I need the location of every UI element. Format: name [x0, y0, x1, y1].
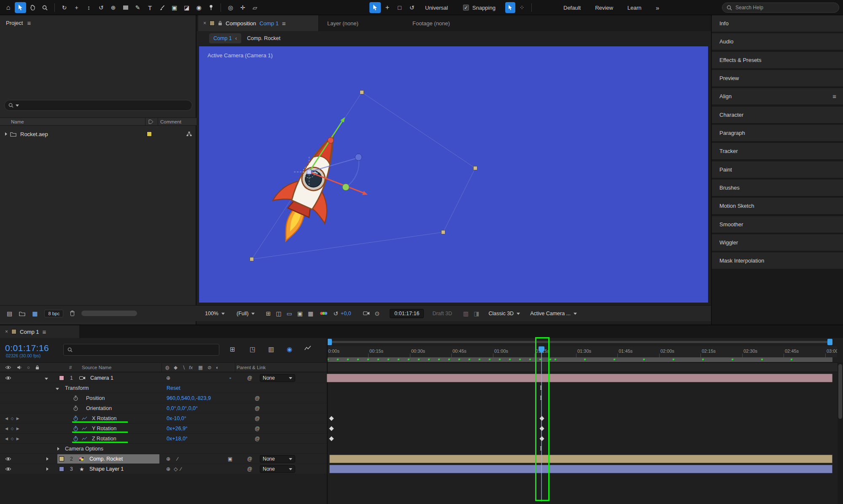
pick-whip-icon[interactable]: @ [255, 436, 260, 442]
workspace-learn[interactable]: Learn [621, 5, 648, 11]
property-group-camera-options[interactable]: Camera Options [0, 444, 327, 454]
property-row-z-rotation[interactable]: ◀ ◇ ▶ Z Rotation 0x+18,0° @ [0, 434, 327, 444]
panel-preview[interactable]: Preview [712, 70, 843, 87]
breadcrumb-nested[interactable]: Comp. Rocket [247, 35, 280, 41]
scrollbar-thumb[interactable] [838, 364, 842, 419]
y-rotation-value[interactable]: 0x+26,9° [167, 426, 188, 432]
quality-switch[interactable]: ⊕ [166, 375, 170, 381]
graph-editor-icon[interactable] [304, 346, 311, 351]
composition-mini-flowchart-icon[interactable]: ⊞ [230, 346, 235, 353]
quality-best-switch[interactable]: ∕ [177, 456, 178, 462]
panel-character[interactable]: Character [712, 107, 843, 124]
cursor-plus-tool-icon[interactable]: ✛ [237, 2, 248, 13]
view-layout-dropdown[interactable]: Active Camera ... [530, 311, 577, 316]
workspace-overflow-button[interactable]: » [649, 4, 666, 11]
time-ruler[interactable]: 0:00s 00:15s 00:30s 00:45s 01:00s 01:15s… [327, 346, 837, 357]
show-snapshot-icon[interactable]: ⊙ [375, 310, 380, 317]
rotate-gizmo-icon[interactable]: ↺ [406, 2, 417, 13]
x-rotation-value[interactable]: 0x-10,0° [167, 416, 186, 421]
expand-icon[interactable] [57, 447, 61, 450]
lasso-tool-icon[interactable]: ▱ [249, 2, 261, 13]
draft-3d-toggle[interactable]: Draft 3D [432, 311, 452, 316]
eraser-tool-icon[interactable]: ◪ [181, 2, 192, 13]
panel-menu-icon[interactable]: ≡ [43, 328, 46, 335]
expand-icon[interactable] [45, 378, 48, 381]
panel-menu-icon[interactable]: ≡ [282, 20, 286, 27]
panel-info[interactable]: Info [712, 15, 843, 32]
snapshot-camera-icon[interactable] [363, 311, 370, 316]
panel-menu-icon[interactable]: ≡ [832, 93, 836, 100]
horizontal-scrollbar[interactable] [81, 311, 137, 316]
pan-camera-tool-icon[interactable]: + [71, 2, 82, 13]
snapping-checkbox[interactable]: ✓ [463, 5, 471, 11]
project-search[interactable] [4, 100, 192, 111]
transparency-grid-icon[interactable]: ▣ [297, 310, 303, 317]
help-search[interactable] [722, 3, 839, 13]
tab-target-name[interactable]: Comp 1 [259, 20, 279, 27]
panel-audio[interactable]: Audio [712, 33, 843, 51]
new-composition-icon[interactable]: ▦ [32, 310, 38, 317]
panel-mask-interpolation[interactable]: Mask Interpolation [712, 252, 843, 270]
draft-3d-icon[interactable]: ◳ [250, 346, 256, 353]
timeline-vertical-scrollbar[interactable] [838, 362, 843, 504]
expand-icon[interactable] [46, 467, 50, 471]
panel-paint[interactable]: Paint [712, 161, 843, 179]
expand-icon[interactable] [46, 457, 50, 461]
eye-icon[interactable] [5, 467, 11, 471]
shape-layer-duration-bar[interactable] [329, 465, 832, 473]
panel-motion-sketch[interactable]: Motion Sketch [712, 198, 843, 215]
graph-icon[interactable] [82, 416, 87, 420]
timeline-search[interactable] [63, 344, 219, 356]
resolution-dropdown[interactable]: (Full) [237, 311, 255, 316]
parent-dropdown[interactable]: None [260, 374, 295, 382]
project-bit-depth[interactable]: 8 bpc [44, 310, 63, 317]
region-of-interest-icon[interactable]: ▭ [286, 310, 292, 317]
tab-layer[interactable]: Layer (none) [327, 15, 358, 31]
layer-row-camera[interactable]: 1 Camera 1 ⊕ ▫ @ None [0, 373, 327, 383]
layer-row-shape-layer[interactable]: 3 ★ Shape Layer 1 ⊕ ◇ ∕ @ None [0, 464, 327, 474]
source-name-column-label[interactable]: Source Name [82, 365, 111, 370]
layer-name[interactable]: Shape Layer 1 [89, 466, 124, 472]
layer-name[interactable]: Comp. Rocket [89, 456, 123, 462]
keyframe-y-rotation-start[interactable] [329, 426, 334, 431]
pick-whip-icon[interactable]: @ [247, 466, 252, 472]
property-row-y-rotation[interactable]: ◀ ◇ ▶ Y Rotation 0x+26,9° @ [0, 424, 327, 434]
composition-viewport[interactable]: Active Camera (Camera 1) [199, 46, 708, 303]
hide-shy-layers-icon[interactable]: ▥ [268, 346, 274, 353]
reset-link[interactable]: Reset [167, 385, 180, 391]
help-search-input[interactable] [735, 5, 835, 11]
collapse-transformations-switch[interactable]: ▣ [228, 456, 232, 462]
panel-menu-icon[interactable]: ≡ [27, 19, 31, 27]
workspace-review[interactable]: Review [588, 5, 620, 11]
label-color-swatch[interactable] [147, 131, 152, 137]
move-gizmo-icon[interactable]: + [382, 2, 393, 13]
pick-whip-icon[interactable]: @ [247, 375, 252, 381]
clone-stamp-tool-icon[interactable]: ▣ [169, 2, 180, 13]
expand-icon[interactable] [5, 132, 9, 136]
z-rotation-value[interactable]: 0x+18,0° [167, 436, 188, 442]
layer-color-swatch[interactable] [59, 466, 64, 472]
camera-options-label[interactable]: Camera Options [65, 446, 103, 452]
keyframe-x-rotation-start[interactable] [329, 416, 334, 421]
z-rotation-label[interactable]: Z Rotation [92, 436, 116, 442]
navigator-end-handle[interactable] [827, 339, 832, 345]
roto-brush-tool-icon[interactable]: ◉ [193, 2, 205, 13]
parent-dropdown[interactable]: None [260, 455, 295, 463]
pick-whip-icon[interactable]: @ [255, 426, 260, 432]
dolly-camera-tool-icon[interactable]: ↕ [83, 2, 94, 13]
enable-motion-blur-icon[interactable]: ◉ [287, 346, 292, 353]
y-rotation-label[interactable]: Y Rotation [92, 426, 116, 432]
eye-icon[interactable] [5, 457, 11, 461]
project-item-row[interactable]: Rocket.aep [0, 129, 197, 139]
brush-tool-icon[interactable] [156, 2, 168, 13]
layer-color-swatch[interactable] [59, 456, 64, 461]
trash-icon[interactable] [70, 311, 75, 316]
panel-align[interactable]: Align≡ [712, 88, 843, 105]
project-item-name[interactable]: Rocket.aep [20, 131, 48, 137]
eye-icon[interactable] [5, 376, 11, 380]
magnification-dropdown[interactable]: 100% [205, 311, 225, 316]
pick-whip-icon[interactable]: @ [255, 395, 260, 401]
quality-best-switch[interactable]: ∕ [180, 466, 181, 472]
scale-gizmo-icon[interactable]: □ [394, 2, 405, 13]
property-row-position[interactable]: Position 960,0,540,0,-823,9 @ [0, 393, 327, 403]
